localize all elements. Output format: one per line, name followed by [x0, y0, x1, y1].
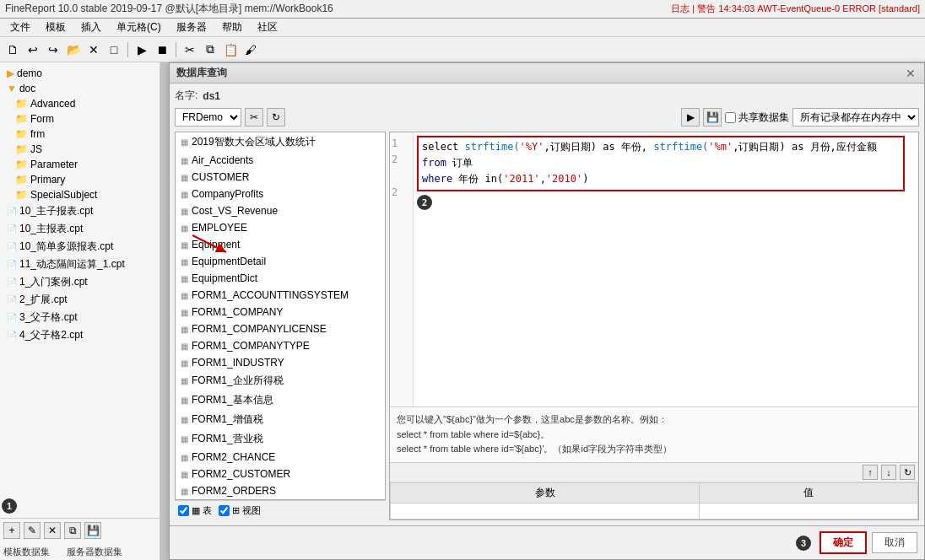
list-item[interactable]: ▦ CompanyProfits	[176, 186, 385, 202]
params-up-button[interactable]: ↑	[863, 465, 878, 480]
annotation-2-area: 2	[417, 195, 915, 211]
shared-checkbox-input[interactable]	[725, 112, 736, 123]
undo-button[interactable]: ↩	[24, 40, 42, 59]
list-item[interactable]: ▦ FORM2_CHANCE	[176, 449, 385, 466]
save-sql-button[interactable]: 💾	[703, 108, 722, 127]
list-item[interactable]: ▦ Cost_VS_Revenue	[176, 202, 385, 219]
list-item[interactable]: ▦ FORM1_基本信息	[176, 390, 385, 410]
stop-button[interactable]: ⏹	[153, 40, 171, 59]
preview-sql-button[interactable]: ▶	[681, 108, 700, 127]
view-icon-small: ⊞	[232, 505, 240, 516]
tree-label: doc	[19, 83, 35, 94]
menu-help[interactable]: 帮助	[215, 19, 249, 35]
view-checkbox[interactable]: ⊞ 视图	[219, 504, 261, 517]
table-order: 订单	[452, 157, 473, 169]
tree-item-file1[interactable]: 📄 10_主子报表.cpt	[3, 202, 156, 220]
tree-item-file4[interactable]: 📄 11_动态隔间运算_1.cpt	[3, 256, 156, 273]
list-item[interactable]: ▦ 2019智数大会区域人数统计	[176, 132, 385, 152]
delete-button[interactable]: ✕	[84, 40, 103, 59]
cancel-button[interactable]: 取消	[872, 532, 917, 553]
dialog-titlebar: 数据库查询 ✕	[170, 63, 924, 83]
menu-template[interactable]: 模板	[39, 19, 73, 35]
list-item[interactable]: ▦ FORM1_营业税	[176, 429, 385, 449]
copy-dataset-button[interactable]: ⧉	[64, 522, 81, 539]
list-item[interactable]: ▦ FORM1_ACCOUNTTINGSYSTEM	[176, 287, 385, 304]
list-item[interactable]: ▦ Equipment	[176, 236, 385, 253]
folder-icon: 📁	[15, 143, 28, 155]
tree-item-advanced[interactable]: 📁 Advanced	[3, 96, 156, 111]
save-dataset-button[interactable]: 💾	[84, 522, 101, 539]
delete-dataset-button[interactable]: ✕	[44, 522, 61, 539]
list-item[interactable]: ▦ EquipmentDict	[176, 270, 385, 287]
menu-bar: 文件 模板 插入 单元格(C) 服务器 帮助 社区	[0, 19, 925, 37]
tree-item-js[interactable]: 📁 JS	[3, 142, 156, 157]
open-button[interactable]: 📂	[64, 40, 83, 59]
scissors-button[interactable]: ✂	[245, 108, 263, 127]
table-checkbox-input[interactable]	[178, 505, 189, 516]
tree-item-file6[interactable]: 📄 2_扩展.cpt	[3, 291, 156, 309]
list-item[interactable]: ▦ FORM1_企业所得税	[176, 371, 385, 390]
table-icon: ▦	[181, 342, 188, 351]
memory-select[interactable]: 所有记录都存在内存中	[792, 108, 919, 127]
list-item[interactable]: ▦ EMPLOYEE	[176, 219, 385, 236]
cut-button[interactable]: ✂	[181, 40, 199, 59]
save-button[interactable]: □	[105, 40, 123, 59]
dialog-content: 名字: ds1 FRDemo ✂ ↻ ▶ 💾 共享数据集	[170, 83, 924, 525]
folder-icon: 📁	[15, 159, 28, 170]
preview-button[interactable]: ▶	[133, 40, 151, 59]
list-item[interactable]: ▦ Air_Accidents	[176, 152, 385, 169]
tree-item-file5[interactable]: 📄 1_入门案例.cpt	[3, 273, 156, 291]
list-item[interactable]: ▦ FORM1_COMPANYLICENSE	[176, 320, 385, 337]
copy-button[interactable]: ⧉	[201, 40, 219, 59]
template-dataset-label[interactable]: 模板数据集	[3, 546, 50, 558]
list-item[interactable]: ▦ CUSTOMER	[176, 169, 385, 186]
tree-item-primary[interactable]: 📁 Primary	[3, 172, 156, 187]
tree-item-file3[interactable]: 📄 10_简单多源报表.cpt	[3, 238, 156, 256]
datasource-select[interactable]: FRDemo	[175, 108, 241, 127]
add-dataset-button[interactable]: +	[3, 522, 20, 539]
new-button[interactable]: 🗋	[3, 40, 22, 59]
refresh-button[interactable]: ↻	[267, 108, 285, 127]
tree-item-doc[interactable]: ▼ doc	[3, 81, 156, 96]
menu-insert[interactable]: 插入	[74, 19, 108, 35]
params-down-button[interactable]: ↓	[881, 465, 896, 480]
list-item[interactable]: ▦ FORM1_COMPANYTYPE	[176, 337, 385, 354]
list-item[interactable]: ▦ EquipmentDetail	[176, 253, 385, 270]
menu-file[interactable]: 文件	[3, 19, 37, 35]
shared-checkbox[interactable]: 共享数据集	[725, 110, 789, 125]
list-item[interactable]: ▦ FORM2_ORDERS	[176, 482, 385, 499]
list-item[interactable]: ▦ FORM1_增值税	[176, 410, 385, 429]
tree-item-form[interactable]: 📁 Form	[3, 111, 156, 127]
paste-button[interactable]: 📋	[221, 40, 240, 59]
params-col-name: 参数	[391, 483, 700, 503]
table-checkbox[interactable]: ▦ 表	[178, 504, 212, 517]
tree-item-file7[interactable]: 📄 3_父子格.cpt	[3, 309, 156, 326]
table-icon: ▦	[181, 325, 188, 334]
tree-item-demo[interactable]: ▶ demo	[3, 66, 156, 81]
list-item[interactable]: ▦ FORM2_CUSTOMER	[176, 466, 385, 482]
confirm-button[interactable]: 确定	[820, 531, 867, 554]
tree-item-parameter[interactable]: 📁 Parameter	[3, 157, 156, 172]
menu-community[interactable]: 社区	[251, 19, 284, 35]
sql-code-area[interactable]: select strftime('%Y',订购日期) as 年份, strfti…	[414, 132, 918, 407]
tree-item-file8[interactable]: 📄 4_父子格2.cpt	[3, 326, 156, 344]
close-button[interactable]: ✕	[904, 67, 917, 80]
format-button[interactable]: 🖌	[241, 40, 260, 59]
list-item[interactable]: ▦ FORM1_COMPANY	[176, 304, 385, 320]
fn-strftime1: strftime(	[465, 141, 520, 153]
tree-item-file2[interactable]: 📄 10_主报表.cpt	[3, 220, 156, 238]
kw-select: select	[422, 141, 465, 153]
tree-item-frm[interactable]: 📁 frm	[3, 127, 156, 142]
tree-item-specialsubject[interactable]: 📁 SpecialSubject	[3, 187, 156, 202]
menu-cell[interactable]: 单元格(C)	[110, 19, 168, 35]
table-name: FORM1_增值税	[192, 412, 263, 427]
params-refresh-button[interactable]: ↻	[900, 465, 915, 480]
server-dataset-label[interactable]: 服务器数据集	[67, 546, 122, 558]
redo-button[interactable]: ↪	[44, 40, 62, 59]
edit-dataset-button[interactable]: ✎	[24, 522, 41, 539]
table-icon: ▦	[181, 173, 188, 182]
menu-server[interactable]: 服务器	[170, 19, 214, 35]
view-checkbox-input[interactable]	[219, 505, 230, 516]
list-item[interactable]: ▦ FORM1_INDUSTRY	[176, 354, 385, 371]
table-icon: ▦	[181, 240, 188, 250]
